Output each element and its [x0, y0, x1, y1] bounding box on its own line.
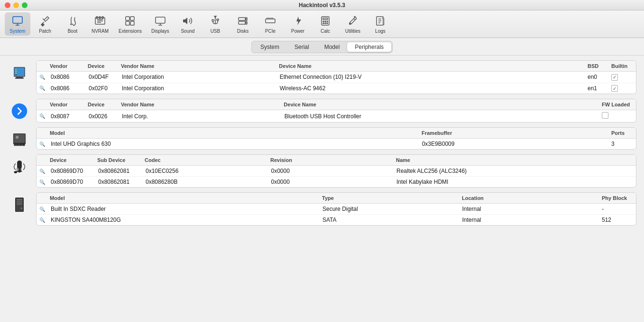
pcie-label: PCIe: [265, 28, 276, 34]
toolbar-item-logs[interactable]: Logs: [368, 12, 393, 36]
builtin-checkbox-0[interactable]: [611, 74, 618, 81]
calc-icon: [320, 14, 331, 28]
net-row0-builtin: [607, 73, 636, 82]
gpu-col-ports: Ports: [607, 129, 636, 137]
toolbar-item-usb[interactable]: USB: [202, 12, 228, 36]
tab-bar: System Serial Model Peripherals: [0, 38, 644, 56]
patch-icon: [39, 14, 51, 28]
power-icon: [292, 14, 304, 28]
network-col-bsd: BSD: [584, 62, 607, 70]
nvram-label: NVRAM: [92, 28, 109, 34]
boot-label: Boot: [68, 28, 78, 34]
network-table: Vendor Device Vendor Name Device Name BS…: [36, 60, 636, 94]
svg-point-65: [18, 170, 21, 172]
svg-point-34: [325, 21, 326, 22]
stor-row0-phy: -: [598, 205, 636, 213]
sound-label: Sound: [181, 28, 194, 34]
toolbar: System Patch Boot: [0, 10, 644, 38]
maximize-button[interactable]: [22, 2, 28, 8]
toolbar-item-displays[interactable]: Displays: [147, 12, 173, 36]
toolbar-item-system[interactable]: System: [5, 12, 30, 36]
calc-label: Calc: [321, 28, 330, 34]
tab-peripherals[interactable]: Peripherals: [347, 42, 391, 52]
aud-col-name: Name: [392, 156, 636, 164]
net-row1-vendor: 0x8086: [47, 84, 85, 93]
network-col-vendorname: Vendor Name: [117, 62, 275, 70]
close-button[interactable]: [5, 2, 10, 8]
gpu-row-0: 🔍 Intel UHD Graphics 630 0x3E9B0009 3: [37, 139, 636, 149]
gpu-col-fb: Framebuffer: [418, 129, 607, 137]
svg-point-36: [323, 23, 324, 24]
toolbar-item-patch[interactable]: Patch: [32, 12, 58, 36]
storage-table: Model Type Location Phy Block 🔍 Built In…: [36, 192, 636, 226]
aud-row1-name: Intel Kabylake HDMI: [393, 178, 636, 186]
titlebar: Hackintool v3.5.3: [0, 0, 644, 10]
svg-marker-18: [183, 18, 187, 24]
net-row0-device: 0x0D4F: [85, 73, 118, 81]
fw-checkbox-0[interactable]: [602, 112, 608, 119]
window-controls[interactable]: [5, 2, 28, 8]
bluetooth-header: Vendor Device Vendor Name Device Name FW…: [37, 99, 636, 110]
svg-rect-13: [126, 21, 129, 25]
search-icon-gpu-0[interactable]: 🔍: [37, 142, 47, 147]
bt-col-device: Device: [84, 101, 117, 108]
aud-row1-codec: 0x8086280B: [142, 178, 267, 186]
search-icon-aud-0[interactable]: 🔍: [37, 169, 47, 174]
search-icon-0[interactable]: 🔍: [37, 75, 47, 80]
network-col-vendor: Vendor: [46, 62, 84, 70]
audio-section: Device Sub Device Codec Revision Name 🔍 …: [8, 154, 636, 188]
network-icon: [8, 60, 31, 81]
toolbar-item-extensions[interactable]: Extensions: [115, 12, 146, 36]
usb-label: USB: [211, 28, 221, 34]
toolbar-item-calc[interactable]: Calc: [313, 12, 338, 36]
gpu-table: Model Framebuffer Ports 🔍 Intel UHD Grap…: [36, 127, 636, 150]
svg-rect-32: [323, 18, 328, 19]
system-label: System: [9, 28, 25, 34]
gpu-row0-model: Intel UHD Graphics 630: [47, 140, 418, 148]
tab-system[interactable]: System: [253, 42, 287, 52]
search-icon-1[interactable]: 🔍: [37, 85, 47, 91]
network-row-1: 🔍 0x8086 0x02F0 Intel Corporation Wirele…: [37, 83, 636, 94]
audio-row-0: 🔍 0x80869D70 0x80862081 0x10EC0256 0x000…: [37, 166, 636, 177]
gpu-col-model: Model: [46, 129, 418, 137]
storage-icon: [8, 192, 31, 213]
toolbar-item-power[interactable]: Power: [285, 12, 311, 36]
bt-col-devicename: Device Name: [280, 101, 598, 108]
search-icon-aud-1[interactable]: 🔍: [37, 180, 47, 185]
toolbar-item-pcie[interactable]: PCIe: [258, 12, 283, 36]
svg-point-23: [245, 19, 246, 19]
search-icon-stor-0[interactable]: 🔍: [37, 207, 47, 212]
aud-col-rev: Revision: [267, 156, 392, 164]
aud-row1-device: 0x80869D70: [47, 178, 94, 186]
tab-model[interactable]: Model: [317, 42, 348, 52]
bt-row0-vendor: 0x8087: [47, 112, 85, 121]
stor-row1-type: SATA: [319, 216, 459, 224]
utilities-icon: [347, 14, 359, 28]
toolbar-item-sound[interactable]: Sound: [175, 12, 201, 36]
stor-row0-model: Built In SDXC Reader: [47, 205, 319, 213]
aud-row1-rev: 0x0000: [267, 178, 393, 186]
stor-row0-type: Secure Digital: [319, 205, 459, 213]
aud-col-device: Device: [46, 156, 93, 164]
net-row0-vendor: 0x8086: [47, 73, 85, 81]
search-icon-stor-1[interactable]: 🔍: [37, 218, 47, 223]
displays-icon: [155, 14, 166, 28]
svg-point-62: [14, 171, 18, 173]
aud-row0-subdev: 0x80862081: [94, 167, 142, 175]
builtin-checkbox-1[interactable]: [611, 85, 618, 92]
net-row0-vendorname: Intel Corporation: [118, 73, 276, 81]
network-header: Vendor Device Vendor Name Device Name BS…: [37, 61, 636, 72]
extensions-label: Extensions: [119, 28, 142, 34]
net-row1-vendorname: Intel Corporation: [118, 84, 276, 93]
bluetooth-row-0: 🔍 0x8087 0x0026 Intel Corp. Bluetooth US…: [37, 110, 636, 122]
toolbar-item-utilities[interactable]: Utilities: [340, 12, 366, 36]
minimize-button[interactable]: [13, 2, 19, 8]
svg-point-39: [350, 23, 350, 24]
net-row1-bsd: en1: [584, 84, 607, 93]
toolbar-item-disks[interactable]: Disks: [230, 12, 256, 36]
tab-serial[interactable]: Serial: [287, 42, 317, 52]
storage-row-0: 🔍 Built In SDXC Reader Secure Digital In…: [37, 204, 636, 215]
toolbar-item-boot[interactable]: Boot: [60, 12, 85, 36]
toolbar-item-nvram[interactable]: NVRAM: [87, 12, 113, 36]
search-icon-bt-0[interactable]: 🔍: [37, 114, 47, 119]
